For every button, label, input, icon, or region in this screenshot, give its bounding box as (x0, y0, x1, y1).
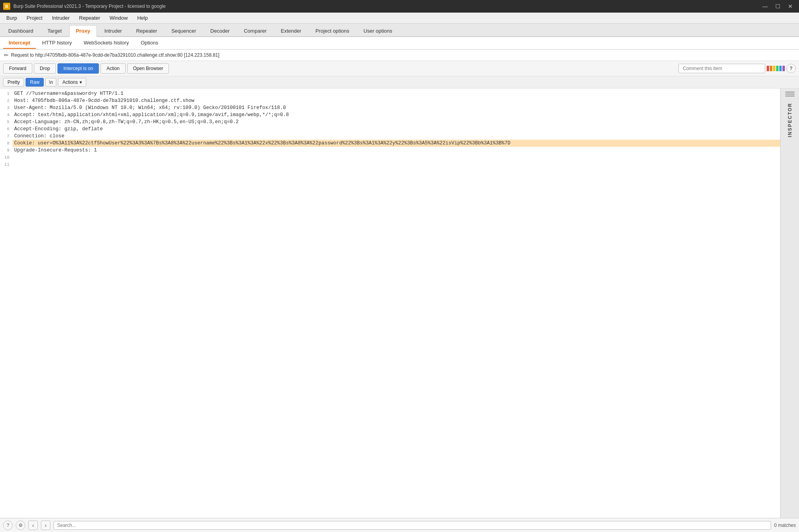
request-url: Request to http://4705fbdb-806a-487e-9cd… (11, 52, 219, 58)
actions-dropdown[interactable]: Actions ▾ (58, 78, 86, 87)
line-content: Accept-Language: zh-CN,zh;q=0.8,zh-TW;q=… (13, 118, 780, 126)
code-editor[interactable]: 1GET //?username=x&password=y HTTP/1.12H… (0, 89, 780, 518)
code-line-5: 5Accept-Language: zh-CN,zh;q=0.8,zh-TW;q… (0, 118, 780, 126)
help-button[interactable]: ? (786, 64, 796, 73)
tab-proxy[interactable]: Proxy (69, 25, 97, 37)
tab-decoder[interactable]: Decoder (204, 25, 236, 36)
editor-toolbar: Pretty Raw \n Actions ▾ (0, 76, 799, 89)
line-number: 10 (0, 154, 13, 161)
actions-label: Actions (62, 79, 78, 85)
line-content: User-Agent: Mozilla/5.0 (Windows NT 10.0… (13, 104, 780, 111)
menu-project[interactable]: Project (22, 13, 47, 22)
menu-bar: Burp Project Intruder Repeater Window He… (0, 13, 799, 24)
top-tab-bar: Dashboard Target Proxy Intruder Repeater… (0, 24, 799, 37)
color-picker-icon[interactable] (767, 66, 785, 71)
drop-button[interactable]: Drop (34, 63, 56, 74)
bottom-bar: ? ⚙ ‹ › 0 matches (0, 518, 799, 532)
menu-window[interactable]: Window (105, 13, 132, 22)
inspector-sidebar: INSPECTOR (780, 89, 799, 518)
line-content: Connection: close (13, 133, 780, 140)
subtab-websockets[interactable]: WebSockets history (78, 37, 135, 49)
help-circle-button[interactable]: ? (3, 521, 13, 530)
menu-intruder[interactable]: Intruder (47, 13, 74, 22)
tab-project-options[interactable]: Project options (309, 25, 356, 36)
tab-intruder[interactable]: Intruder (98, 25, 129, 36)
line-number: 9 (0, 147, 13, 154)
nav-forward-button[interactable]: › (41, 521, 50, 530)
code-line-6: 6Accept-Encoding: gzip, deflate (0, 126, 780, 133)
line-content: Upgrade-Insecure-Requests: 1 (13, 147, 780, 154)
line-content: GET //?username=x&password=y HTTP/1.1 (13, 90, 780, 97)
settings-button[interactable]: ⚙ (16, 521, 25, 530)
action-button[interactable]: Action (100, 63, 125, 74)
line-number: 6 (0, 126, 13, 133)
comment-input[interactable] (679, 64, 765, 73)
subtab-http-history[interactable]: HTTP history (37, 37, 78, 49)
subtab-options[interactable]: Options (135, 37, 164, 49)
tab-comparer[interactable]: Comparer (237, 25, 273, 36)
toolbar: Forward Drop Intercept is on Action Open… (0, 61, 799, 76)
chevron-down-icon: ▾ (80, 79, 82, 85)
line-number: 11 (0, 161, 13, 168)
window-controls: — ☐ ✕ (760, 2, 796, 11)
menu-repeater[interactable]: Repeater (74, 13, 105, 22)
request-bar: ✏ Request to http://4705fbdb-806a-487e-9… (0, 50, 799, 61)
app-icon: B (3, 3, 10, 10)
line-number: 1 (0, 90, 13, 97)
code-line-7: 7Connection: close (0, 133, 780, 140)
line-content: Host: 4705fbdb-806a-487e-9cdd-de7ba32910… (13, 97, 780, 104)
title-bar: B Burp Suite Professional v2021.3 - Temp… (0, 0, 799, 13)
nav-back-button[interactable]: ‹ (28, 521, 38, 530)
tab-sequencer[interactable]: Sequencer (165, 25, 203, 36)
line-number: 8 (0, 140, 13, 147)
code-line-1: 1GET //?username=x&password=y HTTP/1.1 (0, 90, 780, 97)
subtab-intercept[interactable]: Intercept (3, 37, 36, 49)
maximize-button[interactable]: ☐ (772, 2, 783, 11)
line-number: 5 (0, 118, 13, 126)
sub-tab-bar: Intercept HTTP history WebSockets histor… (0, 37, 799, 50)
line-content (13, 154, 780, 161)
main-content: 1GET //?username=x&password=y HTTP/1.12H… (0, 89, 799, 518)
line-content: Cookie: user=O%3A11%3A%22ctfShowUser%22%… (13, 140, 780, 147)
menu-help[interactable]: Help (132, 13, 152, 22)
tab-repeater[interactable]: Repeater (130, 25, 164, 36)
editor-tab-pretty[interactable]: Pretty (3, 78, 24, 87)
code-line-11: 11 (0, 161, 780, 168)
code-line-10: 10 (0, 154, 780, 161)
tab-extender[interactable]: Extender (274, 25, 308, 36)
line-number: 7 (0, 133, 13, 140)
tab-dashboard[interactable]: Dashboard (2, 25, 40, 36)
editor-tab-raw[interactable]: Raw (26, 78, 44, 87)
code-line-2: 2Host: 4705fbdb-806a-487e-9cdd-de7ba3291… (0, 97, 780, 104)
close-button[interactable]: ✕ (785, 2, 796, 11)
code-line-8: 8Cookie: user=O%3A11%3A%22ctfShowUser%22… (0, 140, 780, 147)
edit-icon: ✏ (4, 52, 9, 58)
line-number: 4 (0, 111, 13, 118)
inspector-label: INSPECTOR (787, 103, 793, 137)
inspector-lines-icon (785, 92, 795, 96)
intercept-on-button[interactable]: Intercept is on (57, 63, 99, 74)
code-line-4: 4Accept: text/html,application/xhtml+xml… (0, 111, 780, 118)
window-title: Burp Suite Professional v2021.3 - Tempor… (13, 4, 166, 9)
editor-tab-n[interactable]: \n (45, 78, 56, 87)
forward-button[interactable]: Forward (3, 63, 32, 74)
line-content: Accept-Encoding: gzip, deflate (13, 126, 780, 133)
minimize-button[interactable]: — (760, 2, 771, 11)
tab-user-options[interactable]: User options (357, 25, 399, 36)
line-content (13, 161, 780, 168)
menu-burp[interactable]: Burp (2, 13, 22, 22)
line-number: 3 (0, 104, 13, 111)
line-content: Accept: text/html,application/xhtml+xml,… (13, 111, 780, 118)
search-input[interactable] (54, 521, 771, 530)
line-number: 2 (0, 97, 13, 104)
open-browser-button[interactable]: Open Browser (127, 63, 169, 74)
code-line-9: 9Upgrade-Insecure-Requests: 1 (0, 147, 780, 154)
tab-target[interactable]: Target (41, 25, 69, 36)
code-line-3: 3User-Agent: Mozilla/5.0 (Windows NT 10.… (0, 104, 780, 111)
matches-badge: 0 matches (774, 523, 796, 528)
